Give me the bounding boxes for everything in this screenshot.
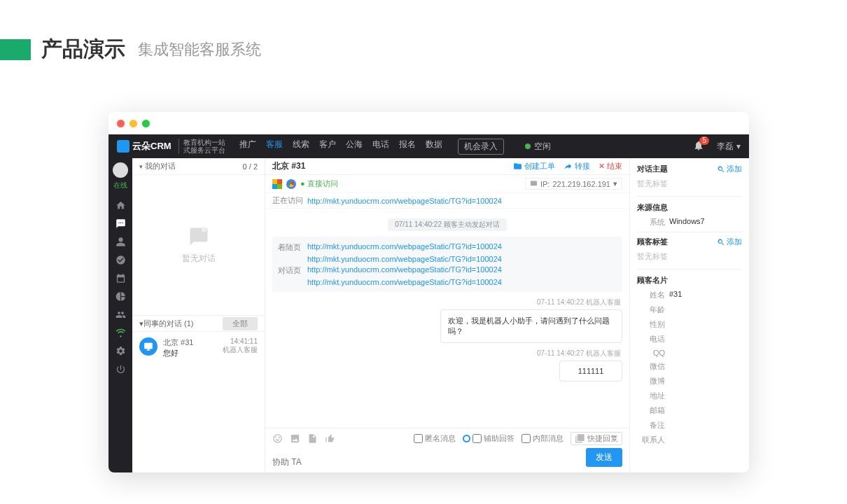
chrome-icon xyxy=(286,179,296,189)
rail-group[interactable] xyxy=(108,305,132,323)
rail-calendar[interactable] xyxy=(108,269,132,287)
my-conv-header[interactable]: ▾我的对话 0 / 2 xyxy=(132,158,265,175)
nav-leads[interactable]: 线索 xyxy=(293,139,309,155)
window-controls xyxy=(108,112,749,134)
rail-chat[interactable] xyxy=(108,214,132,232)
nav-phone[interactable]: 电话 xyxy=(372,139,389,155)
avatar[interactable] xyxy=(113,162,128,178)
thumbs-up-icon[interactable] xyxy=(325,433,335,444)
user-menu[interactable]: 李磊 ▾ xyxy=(717,141,741,153)
status-label: 空闲 xyxy=(534,141,551,153)
card-field: 姓名#31 xyxy=(637,290,742,300)
opt-anonymous[interactable]: 匿名消息 xyxy=(414,433,456,444)
search-icon xyxy=(717,238,725,246)
conversation-item[interactable]: 北京 #31 您好 14:41:11 机器人客服 xyxy=(132,332,265,364)
bot-message: 111111 xyxy=(559,360,622,382)
card-field: 备注 xyxy=(637,420,742,430)
rail-home[interactable] xyxy=(108,196,132,214)
chat-panel: 北京 #31 创建工单 转接 ✕ 结束 xyxy=(265,158,630,472)
end-button[interactable]: ✕ 结束 xyxy=(598,161,622,172)
page-info-block: 着陆页http://mkt.yunduocrm.com/webpageStati… xyxy=(272,237,622,292)
right-panel: 对话主题 添加 暂无标签 来源信息 系统Windows7 顾客标签 添加 xyxy=(630,158,749,472)
slide-title-bar: 产品演示 集成智能客服系统 xyxy=(0,0,847,64)
visiting-link[interactable]: http://mkt.yunduocrm.com/webpageStatic/T… xyxy=(307,197,502,205)
card-field: 邮箱 xyxy=(637,405,742,416)
record-opportunity-button[interactable]: 机会录入 xyxy=(458,139,504,155)
peer-conv-header[interactable]: ▾同事的对话 (1) 全部 xyxy=(132,315,265,332)
logo-icon xyxy=(117,140,130,153)
rail-stats[interactable] xyxy=(108,287,132,305)
slide-title: 产品演示 xyxy=(41,35,125,64)
nav-customers[interactable]: 客户 xyxy=(319,139,336,155)
rail-check[interactable] xyxy=(108,251,132,269)
card-field: 联系人 xyxy=(637,435,742,445)
quick-reply-button[interactable]: 快捷回复 xyxy=(570,432,622,445)
app-window: 云朵CRM 教育机构一站式服务云平台 推广 客服 线索 客户 公海 电话 报名 … xyxy=(108,112,749,472)
close-icon: ✕ xyxy=(598,162,605,171)
message-input[interactable] xyxy=(272,457,586,467)
top-nav: 云朵CRM 教育机构一站式服务云平台 推广 客服 线索 客户 公海 电话 报名 … xyxy=(108,134,749,158)
bot-message: 欢迎，我是机器人小助手，请问遇到了什么问题吗？ xyxy=(440,309,622,343)
my-conv-count: 0 / 2 xyxy=(243,162,258,171)
card-field: QQ xyxy=(637,349,742,357)
rail-wifi[interactable] xyxy=(108,323,132,342)
nav-promo[interactable]: 推广 xyxy=(239,139,256,155)
windows-icon xyxy=(272,179,282,189)
notifications-button[interactable]: 5 xyxy=(693,140,704,153)
chat-title: 北京 #31 xyxy=(272,160,305,172)
ip-box: IP: 221.219.162.191 ▾ xyxy=(525,178,622,190)
opt-assist[interactable]: 辅助回答 xyxy=(463,433,514,444)
input-area: 匿名消息 辅助回答 内部消息 快捷回复 发送 xyxy=(265,428,629,472)
nav-pool[interactable]: 公海 xyxy=(346,139,363,155)
side-rail: 在线 xyxy=(108,158,132,472)
add-subject-button[interactable]: 添加 xyxy=(717,164,742,174)
image-icon[interactable] xyxy=(290,433,300,444)
rail-settings[interactable] xyxy=(108,342,132,360)
nav-service[interactable]: 客服 xyxy=(266,139,283,155)
send-button[interactable]: 发送 xyxy=(586,448,622,467)
subject-title: 对话主题 xyxy=(637,164,668,174)
logo-text: 云朵CRM xyxy=(132,140,172,153)
rail-power[interactable] xyxy=(108,360,132,378)
notification-badge: 5 xyxy=(699,136,709,145)
chevron-down-icon: ▾ xyxy=(736,141,741,151)
monitor-small-icon xyxy=(530,180,538,188)
transfer-button[interactable]: 转接 xyxy=(564,161,590,172)
chat-empty-icon xyxy=(188,226,209,247)
status-dot-icon xyxy=(525,144,531,149)
accent-block xyxy=(0,39,31,60)
attachment-icon[interactable] xyxy=(307,433,318,444)
slide-subtitle: 集成智能客服系统 xyxy=(138,39,261,60)
timestamp-pill: 07/11 14:40:22 顾客主动发起对话 xyxy=(388,218,507,231)
svg-point-0 xyxy=(201,227,206,232)
book-icon xyxy=(575,433,585,444)
card-field: 微信 xyxy=(637,361,742,372)
add-tag-button[interactable]: 添加 xyxy=(717,237,742,247)
rail-person[interactable] xyxy=(108,232,132,251)
logo-subtitle: 教育机构一站式服务云平台 xyxy=(178,139,225,154)
monitor-icon xyxy=(139,337,158,356)
empty-state: 暂无对话 xyxy=(132,175,265,315)
tab-all[interactable]: 全部 xyxy=(223,317,258,330)
opt-internal[interactable]: 内部消息 xyxy=(522,433,564,444)
conversation-list: ▾我的对话 0 / 2 暂无对话 ▾同事的对话 (1) 全部 北京 #31 您好 xyxy=(132,158,265,472)
transfer-icon xyxy=(564,162,573,171)
search-icon xyxy=(717,165,725,174)
username-label: 李磊 xyxy=(717,141,734,153)
emoji-icon[interactable] xyxy=(272,433,283,444)
card-field: 微博 xyxy=(637,376,742,386)
card-field: 电话 xyxy=(637,334,742,344)
agent-status[interactable]: 空闲 xyxy=(525,141,551,153)
nav-signup[interactable]: 报名 xyxy=(399,139,416,155)
chevron-down-icon[interactable]: ▾ xyxy=(613,179,617,188)
maximize-dot[interactable] xyxy=(142,120,150,127)
create-ticket-button[interactable]: 创建工单 xyxy=(513,161,555,172)
logo[interactable]: 云朵CRM 教育机构一站式服务云平台 xyxy=(117,139,225,154)
minimize-dot[interactable] xyxy=(130,120,137,127)
nav-items: 推广 客服 线索 客户 公海 电话 报名 数据 机会录入 xyxy=(239,139,504,155)
card-field: 地址 xyxy=(637,391,742,401)
nav-data[interactable]: 数据 xyxy=(426,139,442,155)
close-dot[interactable] xyxy=(117,120,125,127)
rail-status: 在线 xyxy=(113,181,127,190)
card-field: 性别 xyxy=(637,319,742,330)
